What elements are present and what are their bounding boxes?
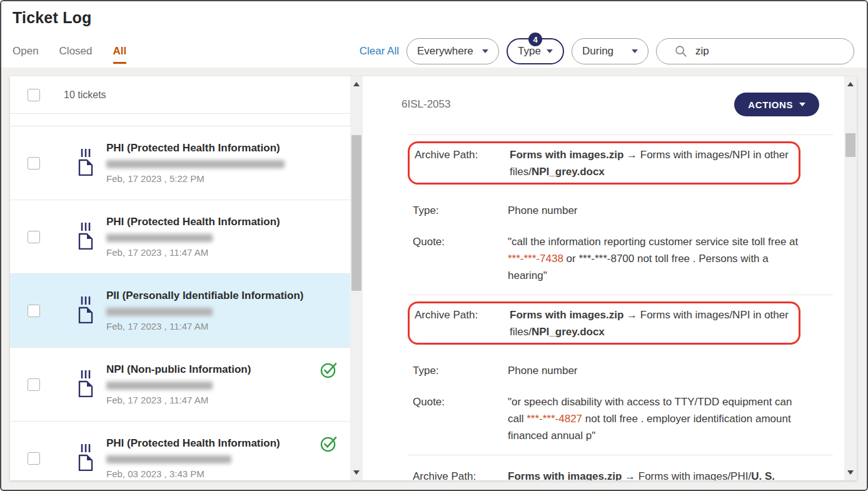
- page-header: Ticket Log OpenClosedAll Clear All Every…: [1, 1, 867, 68]
- actions-button-label: ACTIONS: [748, 99, 793, 110]
- dropdown-label: Everywhere: [417, 45, 473, 58]
- ticket-meta: PHI (Protected Health Information)Feb, 0…: [106, 437, 280, 479]
- filter-dropdown-everywhere[interactable]: Everywhere: [406, 38, 499, 64]
- search-input[interactable]: zip: [656, 38, 854, 64]
- ticket-log-window: Ticket Log OpenClosedAll Clear All Every…: [0, 0, 868, 491]
- quote-value: "call the information reporting customer…: [508, 233, 803, 284]
- ticket-list-item[interactable]: PHI (Protected Health Information)Feb, 1…: [10, 200, 350, 274]
- archive-path-row-highlighted: Archive Path:Forms with images.zip → For…: [408, 301, 800, 345]
- ticket-checkbox[interactable]: [28, 378, 40, 391]
- ticket-list-item[interactable]: PII (Personally Identifiable Information…: [10, 274, 350, 348]
- tab-closed[interactable]: Closed: [59, 45, 93, 58]
- scroll-up-arrow[interactable]: [353, 82, 360, 86]
- ticket-email-redacted: [106, 455, 231, 463]
- field-label: Archive Path:: [415, 306, 510, 340]
- ticket-list-item[interactable]: PHI (Protected Health Information)Feb, 0…: [10, 422, 350, 480]
- path-bold-text: U. S.: [751, 470, 775, 480]
- ticket-detail-panel: 6ISL-2053 ACTIONS Archive Path:Forms wit…: [363, 76, 857, 480]
- ticket-meta: PII (Personally Identifiable Information…: [106, 290, 304, 332]
- detail-text: "call the information reporting customer…: [508, 236, 798, 248]
- ticket-title: PHI (Protected Health Information): [106, 437, 280, 450]
- path-bold-text: NPI_grey.docx: [532, 326, 605, 338]
- ticket-date: Feb, 03 2023 , 3:43 PM: [106, 468, 280, 479]
- ticket-title: NPI (Non-public Information): [106, 363, 251, 376]
- detail-scrollbar[interactable]: [844, 76, 857, 480]
- path-bold-text: NPI_grey.docx: [532, 166, 605, 178]
- clear-all-link[interactable]: Clear All: [360, 45, 399, 58]
- ticket-icon-wrap: [78, 222, 94, 252]
- ticket-meta: PHI (Protected Health Information)Feb, 1…: [106, 216, 280, 258]
- ticket-id: 6ISL-2053: [401, 93, 450, 111]
- ticket-checkbox[interactable]: [28, 231, 40, 243]
- ticket-email-redacted: [106, 234, 213, 242]
- ticket-document-icon: [78, 296, 94, 323]
- detail-text: → Forms with images/PHI/: [622, 470, 751, 480]
- filter-dropdowns: Everywhere4TypeDuring: [406, 38, 648, 64]
- ticket-meta: NPI (Non-public Information)Feb, 17 2023…: [106, 363, 251, 405]
- resolved-check-wrap: [320, 435, 337, 455]
- select-all-checkbox[interactable]: [28, 89, 40, 101]
- ticket-checkbox[interactable]: [28, 157, 40, 170]
- scroll-thumb[interactable]: [845, 133, 855, 157]
- masked-match-text: ***-***-7438: [508, 253, 563, 265]
- type-row: Type:Phone number: [413, 202, 839, 219]
- filter-dropdown-type[interactable]: 4Type: [507, 38, 564, 64]
- quote-value: "or speech disability with access to TTY…: [508, 393, 803, 444]
- dropdown-label: Type: [518, 45, 541, 58]
- ticket-icon-wrap: [78, 296, 94, 326]
- ticket-list-item[interactable]: NPI (Non-public Information)Feb, 17 2023…: [10, 348, 350, 422]
- resolved-check-icon: [320, 435, 337, 452]
- ticket-list-scrollbar[interactable]: [350, 76, 363, 480]
- ticket-list-panel: 10 tickets PHI (Protected Health Informa…: [10, 76, 363, 480]
- chevron-down-icon: [547, 49, 553, 53]
- ticket-title: PII (Personally Identifiable Information…: [106, 290, 304, 302]
- ticket-detail-header: 6ISL-2053 ACTIONS: [363, 76, 857, 134]
- ticket-list-item[interactable]: PHI (Protected Health Information)Feb, 1…: [10, 126, 350, 200]
- archive-path-row-highlighted: Archive Path:Forms with images.zip → For…: [408, 141, 800, 185]
- ticket-email-redacted: [106, 382, 213, 390]
- archive-path-value: Forms with images.zip → Forms with image…: [510, 306, 792, 340]
- masked-match-text: ***-***-4827: [527, 413, 582, 425]
- filter-count-badge: 4: [528, 33, 542, 46]
- ticket-count: 10 tickets: [64, 89, 106, 101]
- field-label: Type:: [413, 202, 508, 219]
- path-bold-text: Forms with images.zip: [510, 309, 623, 321]
- toolbar: OpenClosedAll Clear All Everywhere4TypeD…: [13, 38, 854, 65]
- search-value[interactable]: zip: [695, 45, 709, 58]
- ticket-checkbox[interactable]: [28, 305, 40, 317]
- quote-row: Quote:"or speech disability with access …: [413, 393, 839, 444]
- tab-all[interactable]: All: [113, 45, 127, 64]
- ticket-list-body: 10 tickets PHI (Protected Health Informa…: [10, 76, 350, 480]
- search-icon: [674, 44, 688, 58]
- status-tabs: OpenClosedAll: [13, 45, 126, 58]
- resolved-check-icon: [320, 362, 337, 378]
- ticket-email-redacted: [106, 160, 285, 168]
- ticket-date: Feb, 17 2023 , 5:22 PM: [106, 173, 285, 184]
- ticket-document-icon: [78, 443, 94, 471]
- scroll-thumb[interactable]: [351, 135, 361, 291]
- archive-path-row: Archive Path:Forms with images.zip → For…: [413, 468, 839, 480]
- ticket-icon-wrap: [78, 148, 94, 178]
- ticket-icon-wrap: [78, 443, 94, 473]
- ticket-list-header: 10 tickets: [10, 76, 350, 114]
- filter-dropdown-during[interactable]: During: [572, 38, 648, 64]
- scroll-down-arrow[interactable]: [353, 470, 360, 475]
- ticket-detail-rows: Archive Path:Forms with images.zip → For…: [363, 134, 857, 480]
- dropdown-label: During: [582, 45, 613, 58]
- section-divider: [408, 295, 833, 295]
- ticket-checkbox[interactable]: [28, 452, 40, 465]
- ticket-email-redacted: [106, 308, 213, 316]
- filter-bar: Clear All Everywhere4TypeDuring zip: [360, 38, 854, 64]
- tab-open[interactable]: Open: [13, 45, 39, 58]
- ticket-document-icon: [78, 222, 94, 250]
- ticket-date: Feb, 17 2023 , 11:47 AM: [106, 247, 280, 258]
- field-label: Type:: [413, 362, 508, 379]
- resolved-check-wrap: [320, 362, 337, 381]
- field-label: Quote:: [413, 393, 508, 444]
- scroll-up-arrow[interactable]: [847, 82, 854, 86]
- section-divider: [408, 134, 833, 135]
- actions-button[interactable]: ACTIONS: [734, 93, 819, 116]
- ticket-meta: PHI (Protected Health Information)Feb, 1…: [106, 142, 285, 184]
- ticket-date: Feb, 17 2023 , 11:47 AM: [106, 395, 251, 405]
- scroll-down-arrow[interactable]: [847, 470, 854, 475]
